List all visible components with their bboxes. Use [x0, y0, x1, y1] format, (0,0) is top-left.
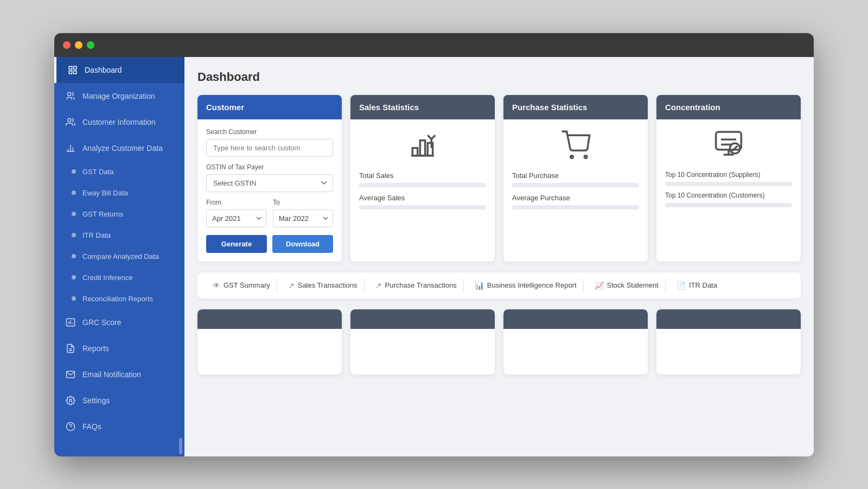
close-button[interactable]: [63, 41, 71, 49]
faqs-icon: [65, 421, 76, 432]
svg-point-24: [571, 155, 573, 158]
sidebar-label-dashboard: Dashboard: [85, 66, 122, 74]
sidebar-label-grc-score: GRC Score: [82, 318, 122, 327]
sidebar-label-customer-info: Customer Information: [82, 118, 156, 126]
sidebar-item-eway-bill[interactable]: Eway Bill Data: [54, 182, 184, 204]
sidebar-item-itr-data[interactable]: ITR Data: [54, 225, 184, 246]
date-row: From Apr 2021 To Mar 2022: [206, 199, 333, 227]
sales-icon: [407, 130, 438, 165]
quick-link-bi-report[interactable]: 📊 Business Intelligence Report: [468, 279, 584, 292]
sidebar-item-grc-score[interactable]: GRC Score: [54, 309, 184, 335]
page-title: Dashboard: [197, 70, 801, 84]
sidebar-item-analyze-data[interactable]: Analyze Customer Data: [54, 135, 184, 161]
reports-icon: [65, 343, 76, 354]
svg-rect-20: [412, 148, 417, 155]
sidebar-item-gst-returns[interactable]: GST Returns: [54, 204, 184, 225]
svg-point-5: [68, 118, 71, 122]
purchase-icon: [560, 130, 591, 165]
bottom-card-4-header: [656, 309, 801, 329]
quick-links-bar: 👁 GST Summary ↗ Sales Transactions ↗ Pur…: [197, 272, 801, 299]
purchase-card-header: Purchase Statistics: [503, 95, 648, 119]
sidebar-item-credit-inference[interactable]: Credit Inference: [54, 267, 184, 288]
sidebar-item-customer-info[interactable]: Customer Information: [54, 109, 184, 135]
svg-rect-23: [427, 143, 432, 155]
gstin-select[interactable]: Select GSTIN: [206, 174, 333, 192]
from-date-select[interactable]: Apr 2021: [206, 209, 266, 227]
concentration-icon: [713, 128, 744, 164]
to-date-select[interactable]: Mar 2022: [273, 209, 333, 227]
purchase-transactions-icon: ↗: [375, 281, 382, 290]
total-purchase-metric: Total Purchase: [512, 172, 639, 187]
generate-button[interactable]: Generate: [206, 235, 267, 253]
to-label: To: [273, 199, 333, 206]
sales-card-body: Total Sales Average Sales: [350, 119, 495, 227]
stock-statement-icon: 📈: [595, 281, 604, 290]
gst-summary-label: GST Summary: [224, 281, 270, 289]
sidebar-item-settings[interactable]: Settings: [54, 388, 184, 414]
purchase-card-body: Total Purchase Average Purchase: [503, 119, 648, 227]
search-customer-input[interactable]: [206, 139, 333, 157]
average-purchase-bar: [512, 205, 639, 209]
svg-rect-2: [74, 71, 76, 73]
customers-label: Top 10 Concentration (Customers): [665, 192, 792, 200]
dashboard-icon: [67, 65, 78, 75]
search-customer-label: Search Customer: [206, 128, 333, 136]
sidebar-label-settings: Settings: [82, 396, 110, 405]
from-label: From: [206, 199, 266, 206]
bottom-card-2-body: [350, 329, 495, 374]
sidebar-item-manage-org[interactable]: Manage Organization: [54, 83, 184, 109]
customer-card-header: Customer: [197, 95, 342, 119]
minimize-button[interactable]: [75, 41, 82, 49]
analyze-data-icon: [65, 143, 76, 154]
settings-icon: [65, 395, 76, 406]
quick-link-itr-data[interactable]: 📄 ITR Data: [670, 279, 724, 292]
sidebar-item-gst-data[interactable]: GST Data: [54, 161, 184, 182]
sidebar-item-recon-reports[interactable]: Reconciliation Reports: [54, 288, 184, 309]
bi-report-label: Business Intelligence Report: [487, 281, 577, 289]
suppliers-concentration: Top 10 Concentration (Suppliers): [665, 171, 792, 187]
gst-data-dot: [72, 169, 76, 174]
button-row: Generate Download: [206, 235, 333, 253]
email-notif-icon: [65, 369, 76, 380]
bottom-card-4-body: [656, 329, 801, 374]
bottom-card-4: [656, 309, 801, 374]
sidebar-label-compare-data: Compare Analyzed Data: [82, 252, 159, 261]
sidebar-item-compare-data[interactable]: Compare Analyzed Data: [54, 246, 184, 267]
bottom-card-3-body: [503, 329, 648, 374]
sales-transactions-icon: ↗: [288, 281, 295, 290]
quick-link-purchase-transactions[interactable]: ↗ Purchase Transactions: [369, 279, 464, 292]
bottom-card-1-header: [197, 309, 342, 329]
itr-data-label: ITR Data: [689, 281, 717, 289]
average-sales-metric: Average Sales: [359, 194, 486, 209]
quick-link-stock-statement[interactable]: 📈 Stock Statement: [588, 279, 666, 292]
bottom-card-2-header: [350, 309, 495, 329]
sidebar-item-email-notif[interactable]: Email Notification: [54, 361, 184, 388]
purchase-statistics-card: Purchase Statistics Total Purchase: [503, 95, 648, 262]
total-purchase-label: Total Purchase: [512, 172, 639, 180]
sidebar-item-dashboard[interactable]: Dashboard: [54, 57, 184, 83]
sales-card-header: Sales Statistics: [350, 95, 495, 119]
sidebar-label-faqs: FAQs: [82, 422, 101, 431]
concentration-card-body: Top 10 Concentration (Suppliers) Top 10 …: [656, 119, 801, 221]
bottom-card-1-body: [197, 329, 342, 374]
from-date-group: From Apr 2021: [206, 199, 266, 227]
svg-point-4: [68, 92, 71, 96]
quick-link-sales-transactions[interactable]: ↗ Sales Transactions: [282, 279, 365, 292]
suppliers-bar: [665, 182, 792, 186]
sales-statistics-card: Sales Statistics: [350, 95, 495, 262]
sidebar-label-recon-reports: Reconciliation Reports: [82, 295, 153, 303]
average-purchase-label: Average Purchase: [512, 194, 639, 202]
average-purchase-metric: Average Purchase: [512, 194, 639, 209]
download-button[interactable]: Download: [272, 235, 333, 253]
bottom-cards-row: [197, 309, 801, 374]
app-body: Dashboard Manage Organization: [54, 57, 814, 456]
sidebar-item-reports[interactable]: Reports: [54, 335, 184, 361]
bottom-card-3: [503, 309, 648, 374]
sidebar-item-faqs[interactable]: FAQs: [54, 414, 184, 440]
credit-inference-dot: [72, 275, 76, 280]
eway-bill-dot: [72, 190, 76, 195]
sidebar-label-email-notif: Email Notification: [82, 370, 141, 379]
quick-link-gst-summary[interactable]: 👁 GST Summary: [206, 279, 277, 292]
maximize-button[interactable]: [87, 41, 94, 49]
bottom-card-3-header: [503, 309, 648, 329]
